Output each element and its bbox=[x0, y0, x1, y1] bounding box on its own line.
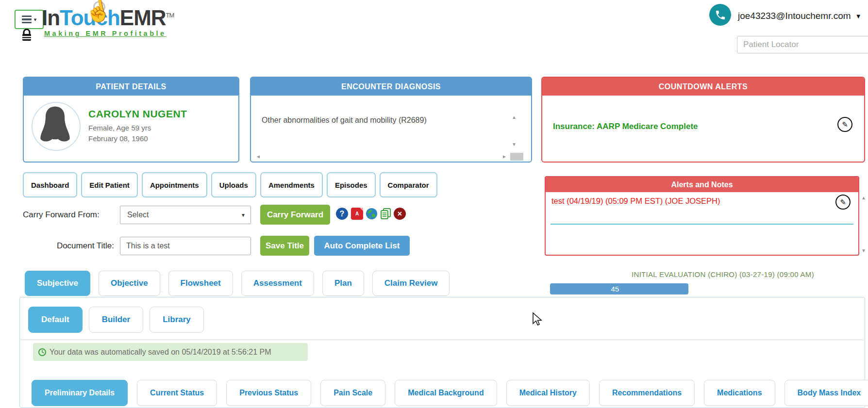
patient-demographics: Female, Age 59 yrs bbox=[88, 124, 151, 132]
progress-value: 45 bbox=[611, 285, 619, 293]
encounter-diagnosis-panel: ENCOUNTER DIAGNOSIS Other abnormalities … bbox=[250, 77, 532, 163]
patient-avatar bbox=[32, 102, 81, 151]
encounter-diagnosis-header: ENCOUNTER DIAGNOSIS bbox=[251, 78, 531, 96]
tab-current-status[interactable]: Current Status bbox=[137, 380, 217, 406]
globe-icon[interactable] bbox=[366, 208, 378, 220]
nav-edit-patient-button[interactable]: Edit Patient bbox=[81, 172, 138, 197]
edit-note-button[interactable]: ✎ bbox=[835, 195, 851, 210]
logo-wordmark: InTouchEMRTM bbox=[42, 7, 187, 29]
countdown-alerts-panel: COUNTDOWN ALERTS Insurance: AARP Medicar… bbox=[541, 77, 865, 163]
tab-preliminary-details[interactable]: Preliminary Details bbox=[32, 380, 128, 406]
diagnosis-text: Other abnormalities of gait and mobility… bbox=[262, 116, 427, 125]
tab-claim-review[interactable]: Claim Review bbox=[372, 271, 450, 296]
tab-medical-background[interactable]: Medical Background bbox=[395, 380, 497, 406]
lock-icon[interactable] bbox=[20, 28, 33, 43]
tab-builder[interactable]: Builder bbox=[89, 307, 144, 333]
help-icon[interactable]: ? bbox=[336, 208, 348, 220]
select-value: Select bbox=[127, 211, 241, 219]
tab-default[interactable]: Default bbox=[28, 307, 83, 333]
edit-insurance-button[interactable]: ✎ bbox=[837, 117, 852, 132]
patient-details-header: PATIENT DETAILS bbox=[24, 78, 238, 96]
horizontal-scrollbar[interactable]: ◄ ► bbox=[253, 153, 529, 161]
tab-recommendations[interactable]: Recommendations bbox=[599, 380, 695, 406]
patient-nav: Dashboard Edit Patient Appointments Uplo… bbox=[23, 172, 437, 197]
caret-down-icon: ▼ bbox=[855, 13, 862, 20]
tab-assessment[interactable]: Assessment bbox=[241, 271, 314, 296]
evaluation-title: INITIAL EVALUATION (CHIRO) (03-27-19) (0… bbox=[577, 270, 868, 278]
app-logo[interactable]: ☝ InTouchEMRTM Making EMR Profitable bbox=[42, 7, 187, 37]
patient-dob: February 08, 1960 bbox=[88, 134, 148, 143]
scroll-up-icon[interactable]: ▲ bbox=[512, 115, 517, 120]
patient-name: CAROLYN NUGENT bbox=[88, 108, 187, 120]
trademark-symbol: TM bbox=[166, 12, 174, 19]
tab-body-mass-index[interactable]: Body Mass Index bbox=[785, 380, 868, 406]
patient-locator-input[interactable] bbox=[737, 36, 868, 53]
save-title-button[interactable]: Save Title bbox=[260, 236, 309, 256]
patient-details-panel: PATIENT DETAILS CAROLYN NUGENT Female, A… bbox=[23, 77, 239, 163]
carry-forward-button[interactable]: Carry Forward bbox=[260, 205, 330, 225]
countdown-alerts-header: COUNTDOWN ALERTS bbox=[542, 78, 864, 96]
view-tabs: Default Builder Library bbox=[28, 307, 204, 333]
tab-subjective[interactable]: Subjective bbox=[25, 271, 90, 296]
scroll-right-icon[interactable]: ► bbox=[502, 154, 507, 159]
tab-flowsheet[interactable]: Flowsheet bbox=[168, 271, 233, 296]
tab-previous-status[interactable]: Previous Status bbox=[226, 380, 311, 406]
autosave-message: Your data was automatically saved on 05/… bbox=[50, 348, 271, 357]
insurance-alert-text: Insurance: AARP Medicare Complete bbox=[553, 122, 698, 131]
note-separator bbox=[551, 224, 853, 225]
tab-medical-history[interactable]: Medical History bbox=[506, 380, 590, 406]
logo-tagline: Making EMR Profitable bbox=[44, 30, 187, 37]
tab-pain-scale[interactable]: Pain Scale bbox=[320, 380, 385, 406]
scrollbar-thumb[interactable] bbox=[510, 153, 523, 161]
tab-plan[interactable]: Plan bbox=[322, 271, 364, 296]
main-menu-button[interactable]: ▾ bbox=[15, 10, 44, 29]
autosave-notice: Your data was automatically saved on 05/… bbox=[33, 343, 308, 361]
tab-medications[interactable]: Medications bbox=[704, 380, 775, 406]
alert-note-text: test (04/19/19) (05:09 PM EST) (JOE JOSE… bbox=[551, 196, 720, 206]
auto-complete-list-button[interactable]: Auto Complete List bbox=[314, 236, 410, 256]
notes-scroll-down-icon[interactable]: ▼ bbox=[861, 248, 866, 253]
pencil-icon: ✎ bbox=[842, 121, 848, 128]
nav-appointments-button[interactable]: Appointments bbox=[142, 172, 207, 197]
account-menu[interactable]: joe43233@Intouchemr.com ▼ bbox=[738, 11, 862, 21]
caret-down-icon: ▾ bbox=[34, 17, 37, 22]
caret-down-icon: ▼ bbox=[241, 212, 246, 218]
alerts-and-notes-panel: Alerts and Notes test (04/19/19) (05:09 … bbox=[545, 176, 859, 256]
notes-scroll-up-icon[interactable]: ▲ bbox=[861, 196, 866, 200]
clock-icon bbox=[38, 348, 47, 357]
carry-forward-label: Carry Forward From: bbox=[23, 210, 100, 220]
evaluation-progress-bar: 45 bbox=[550, 283, 688, 294]
document-title-input[interactable] bbox=[120, 237, 251, 255]
document-title-label: Document Title: bbox=[23, 241, 114, 251]
tab-library[interactable]: Library bbox=[150, 307, 204, 333]
phone-icon[interactable] bbox=[709, 4, 731, 26]
hamburger-icon bbox=[22, 16, 32, 23]
nav-uploads-button[interactable]: Uploads bbox=[211, 172, 256, 197]
pointing-hand-icon: ☝ bbox=[83, 0, 113, 24]
carry-forward-select[interactable]: Select ▼ bbox=[120, 206, 251, 224]
content-divider bbox=[20, 340, 864, 340]
tab-objective[interactable]: Objective bbox=[99, 271, 160, 296]
nav-comparator-button[interactable]: Comparator bbox=[380, 172, 437, 197]
nav-episodes-button[interactable]: Episodes bbox=[327, 172, 376, 197]
nav-amendments-button[interactable]: Amendments bbox=[260, 172, 323, 197]
alerts-and-notes-header: Alerts and Notes bbox=[546, 177, 858, 192]
scroll-left-icon[interactable]: ◄ bbox=[256, 154, 261, 159]
account-email: joe43233@Intouchemr.com bbox=[738, 11, 851, 21]
copy-icon[interactable] bbox=[380, 208, 392, 220]
pdf-export-icon[interactable]: A bbox=[351, 208, 363, 220]
nav-dashboard-button[interactable]: Dashboard bbox=[23, 172, 77, 197]
page-fold bbox=[360, 208, 363, 211]
delete-icon[interactable]: × bbox=[394, 208, 406, 220]
scroll-down-icon[interactable]: ▼ bbox=[512, 142, 517, 147]
app-root: { "header": { "logo": { "word_in": "In",… bbox=[0, 0, 868, 408]
soap-tabs: Subjective Objective Flowsheet Assessmen… bbox=[25, 271, 450, 296]
pencil-icon: ✎ bbox=[840, 198, 846, 206]
section-tabs: Preliminary Details Current Status Previ… bbox=[32, 380, 868, 406]
